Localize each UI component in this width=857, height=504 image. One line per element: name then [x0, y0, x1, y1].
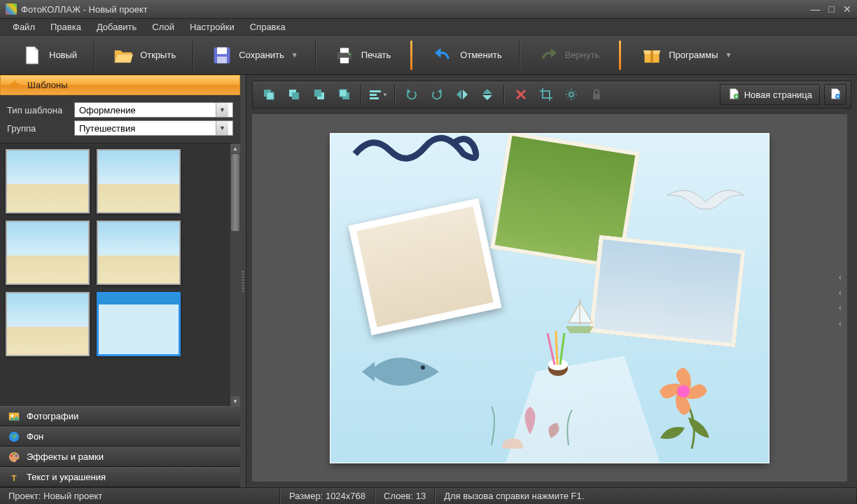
svg-point-29 [837, 95, 839, 97]
accordion-background[interactable]: Фон [0, 426, 240, 447]
rotate-right-button[interactable] [425, 84, 449, 105]
right-tab[interactable]: ‹ [839, 272, 847, 278]
seagull-decoration [664, 181, 748, 223]
settings-button[interactable] [559, 84, 583, 105]
group-label: Группа [7, 123, 70, 134]
box-icon [641, 46, 663, 65]
svg-rect-2 [217, 56, 227, 63]
scroll-up-icon[interactable]: ▲ [230, 144, 240, 153]
right-tab[interactable]: ‹ [839, 288, 847, 293]
chevron-down-icon: ▼ [216, 121, 228, 135]
canvas-viewport[interactable]: ‹ ‹ ‹ ‹ [252, 114, 847, 482]
background-label: Фон [27, 431, 43, 442]
right-tabs: ‹ ‹ ‹ ‹ [839, 272, 847, 324]
programs-label: Программы [669, 50, 718, 60]
template-thumb[interactable] [97, 292, 181, 356]
page-gear-icon [829, 88, 842, 102]
canvas[interactable] [330, 134, 769, 463]
chevron-down-icon[interactable]: ▼ [725, 51, 732, 59]
bring-front-button[interactable] [257, 84, 281, 105]
shells-decoration [471, 400, 590, 449]
menu-help[interactable]: Справка [243, 20, 293, 34]
new-page-label: Новая страница [744, 90, 812, 100]
template-thumb[interactable] [6, 149, 90, 214]
undo-icon [432, 46, 454, 65]
delete-button[interactable] [509, 84, 533, 105]
svg-point-25 [569, 92, 573, 97]
group-select[interactable]: Путешествия ▼ [74, 120, 233, 136]
right-tab[interactable]: ‹ [839, 318, 847, 324]
accordion-effects[interactable]: Эффекты и рамки [0, 447, 240, 467]
programs-button[interactable]: Программы ▼ [636, 43, 736, 68]
status-project: Проект: Новый проект [0, 488, 280, 504]
statusbar: Проект: Новый проект Размер: 1024x768 Сл… [0, 487, 857, 504]
template-thumb[interactable] [97, 149, 181, 214]
type-select[interactable]: Оформление ▼ [74, 102, 233, 118]
close-button[interactable]: ✕ [843, 4, 851, 15]
new-page-button[interactable]: Новая страница [720, 84, 820, 105]
chevron-down-icon: ▼ [216, 103, 228, 117]
maximize-button[interactable]: □ [829, 4, 835, 15]
svg-rect-24 [370, 97, 379, 99]
photo-frame[interactable] [348, 197, 501, 335]
menu-layer[interactable]: Слой [145, 20, 181, 34]
send-backward-button[interactable] [307, 84, 331, 105]
redo-button[interactable]: Вернуть [533, 43, 604, 68]
svg-point-30 [421, 365, 425, 370]
template-thumb[interactable] [97, 220, 181, 285]
open-button[interactable]: Открыть [108, 43, 180, 68]
crop-button[interactable] [534, 84, 558, 105]
photos-label: Фотографии [27, 411, 78, 421]
template-thumb[interactable] [6, 292, 90, 356]
status-layers: Слоев: 13 [375, 488, 435, 504]
page-settings-button[interactable] [824, 84, 846, 105]
menu-edit[interactable]: Правка [43, 20, 88, 34]
scroll-down-icon[interactable]: ▼ [230, 396, 240, 406]
scrollbar-thumb[interactable] [231, 154, 239, 231]
send-back-button[interactable] [333, 84, 356, 105]
svg-rect-26 [593, 94, 600, 99]
svg-line-33 [548, 333, 555, 365]
align-button[interactable]: ▼ [366, 84, 390, 105]
svg-point-8 [11, 414, 14, 417]
bring-forward-button[interactable] [282, 84, 306, 105]
scrollbar[interactable]: ▲ ▼ [230, 144, 240, 406]
lock-button[interactable] [585, 84, 608, 105]
canvas-toolbar: ▼ Новая страница [252, 80, 851, 108]
templates-label: Шаблоны [27, 80, 68, 90]
menu-file[interactable]: Файл [6, 20, 42, 34]
chevron-down-icon[interactable]: ▼ [291, 51, 298, 59]
svg-rect-19 [314, 90, 321, 97]
menu-add[interactable]: Добавить [90, 20, 144, 34]
svg-point-6 [348, 52, 350, 55]
sidebar-splitter[interactable] [240, 75, 246, 487]
right-tab[interactable]: ‹ [839, 303, 847, 309]
new-button[interactable]: Новый [17, 43, 81, 68]
flip-horizontal-button[interactable] [450, 84, 474, 105]
accordion-photos[interactable]: Фотографии [0, 406, 240, 426]
rotate-left-button[interactable] [400, 84, 424, 105]
save-label: Сохранить [239, 50, 284, 60]
photo-stamp[interactable] [589, 234, 745, 347]
new-file-icon [21, 46, 43, 65]
undo-button[interactable]: Отменить [428, 43, 506, 68]
redo-icon [537, 46, 559, 65]
effects-label: Эффекты и рамки [27, 451, 104, 462]
accordion-text[interactable]: T Текст и украшения [0, 467, 240, 487]
svg-rect-21 [340, 90, 347, 97]
redo-label: Вернуть [565, 50, 600, 60]
print-button[interactable]: Печать [329, 43, 396, 68]
minimize-button[interactable]: — [811, 4, 821, 15]
new-page-icon [727, 88, 740, 102]
type-value: Оформление [79, 105, 136, 115]
ribbon-decoration [351, 134, 520, 170]
undo-label: Отменить [460, 50, 501, 60]
type-label: Тип шаблона [7, 105, 70, 115]
save-button[interactable]: Сохранить ▼ [207, 43, 302, 68]
menu-settings[interactable]: Настройки [183, 20, 242, 34]
palette-icon [7, 450, 21, 464]
flip-vertical-button[interactable] [475, 84, 499, 105]
template-thumb[interactable] [6, 220, 90, 285]
print-label: Печать [361, 50, 391, 60]
accordion-templates[interactable]: Шаблоны [0, 75, 240, 95]
